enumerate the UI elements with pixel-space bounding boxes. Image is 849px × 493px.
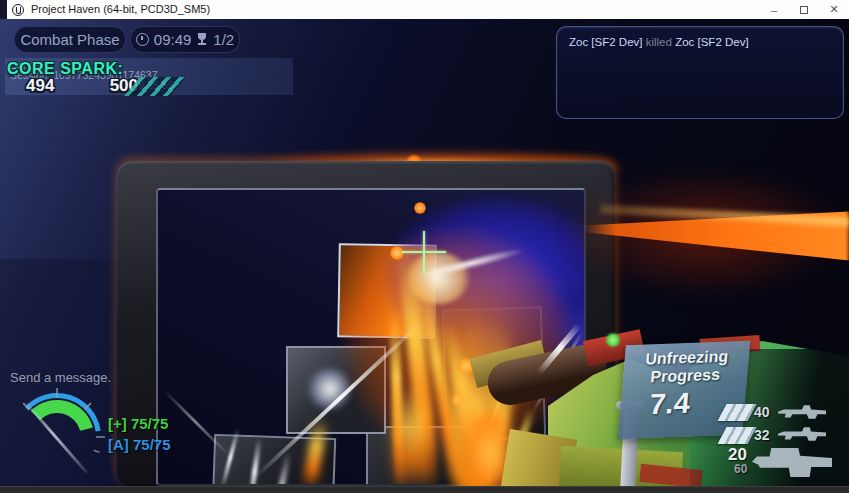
window-title: Project Haven (64-bit, PCD3D_SM5) bbox=[31, 3, 210, 15]
unfreezing-value: 7.4 bbox=[619, 386, 720, 422]
ammo-gauge bbox=[2, 382, 112, 486]
unfreezing-panel: Unfreezing Progress 7.4 bbox=[618, 341, 751, 439]
core-spark-values: 494 500 bbox=[26, 76, 138, 96]
ammo-primary-value: 75/75 bbox=[131, 415, 169, 432]
killfeed-panel: Zoc [SF2 Dev] killed Zoc [SF2 Dev] bbox=[556, 26, 844, 119]
ammo-primary-prefix: [+] bbox=[108, 415, 127, 432]
killer-name: Zoc [SF2 Dev] bbox=[569, 36, 643, 48]
ammo-count: 40 bbox=[754, 404, 770, 420]
phase-pill: Combat Phase bbox=[14, 26, 126, 53]
core-spark-current: 494 bbox=[26, 76, 54, 96]
ammo-count: 32 bbox=[754, 427, 770, 443]
close-button[interactable]: ✕ bbox=[819, 0, 849, 19]
app-icon bbox=[12, 4, 24, 16]
crosshair-vertical bbox=[423, 231, 425, 273]
flame-streak bbox=[396, 386, 428, 486]
ammo-alt-value: 75/75 bbox=[133, 436, 171, 453]
window-controls: – ✕ bbox=[759, 0, 849, 19]
trophy-icon bbox=[196, 33, 208, 46]
timer-pill: 09:49 1/2 bbox=[130, 26, 240, 53]
weapon-green-light bbox=[606, 333, 620, 347]
minimize-button[interactable]: – bbox=[759, 0, 789, 19]
timer-value: 09:49 bbox=[154, 31, 192, 48]
round-counter: 1/2 bbox=[213, 31, 234, 48]
killfeed-entry: Zoc [SF2 Dev] killed Zoc [SF2 Dev] bbox=[569, 36, 749, 48]
clock-icon bbox=[136, 33, 149, 46]
window-bottom-border bbox=[0, 486, 849, 493]
ammo-alt-prefix: [A] bbox=[108, 436, 129, 453]
titlebar[interactable]: Project Haven (64-bit, PCD3D_SM5) – ✕ bbox=[0, 0, 849, 19]
window-edge-strip bbox=[0, 0, 7, 19]
game-viewport[interactable]: Combat Phase 09:49 1/2 Server Session: 1… bbox=[0, 19, 849, 486]
maximize-icon bbox=[800, 6, 808, 14]
ember-dot bbox=[390, 246, 404, 260]
unfreezing-title-line2: Progress bbox=[622, 365, 748, 387]
app-window: Project Haven (64-bit, PCD3D_SM5) – ✕ bbox=[0, 0, 849, 493]
ember-dot bbox=[414, 202, 426, 214]
victim-name: Zoc [SF2 Dev] bbox=[675, 36, 749, 48]
maximize-button[interactable] bbox=[789, 0, 819, 19]
ammo-alt: [A] 75/75 bbox=[108, 436, 171, 453]
kill-verb: killed bbox=[646, 36, 672, 48]
ammo-primary: [+] 75/75 bbox=[108, 415, 168, 432]
phase-label: Combat Phase bbox=[20, 31, 119, 48]
grenade-reserve: 60 bbox=[734, 462, 747, 476]
